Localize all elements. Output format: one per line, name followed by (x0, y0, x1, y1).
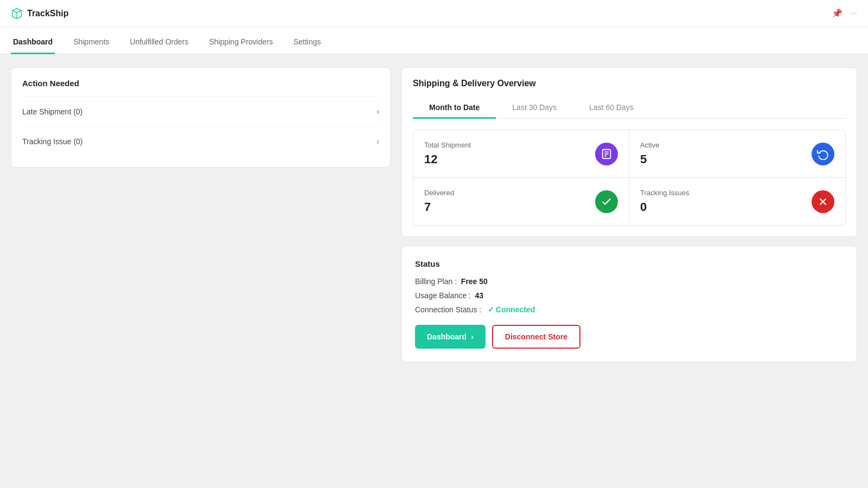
dashboard-button[interactable]: Dashboard › (415, 325, 486, 349)
total-shipment-label: Total Shipment (424, 141, 471, 149)
billing-plan-row: Billing Plan : Free 50 (415, 277, 844, 286)
total-shipment-value: 12 (424, 152, 471, 166)
shipping-overview-card: Shipping & Delivery Overview Month to Da… (401, 67, 857, 237)
nav-item-shipments[interactable]: Shipments (71, 31, 111, 54)
stat-tracking-issues: Tracking Issues 0 (629, 178, 845, 225)
topbar: TrackShip 📌 ··· (0, 0, 868, 27)
late-shipment-item[interactable]: Late Shipment (0) › (22, 97, 379, 126)
disconnect-store-button[interactable]: Disconnect Store (492, 325, 580, 349)
tracking-issues-label: Tracking Issues (640, 189, 690, 197)
right-panel: Shipping & Delivery Overview Month to Da… (401, 67, 857, 475)
status-buttons: Dashboard › Disconnect Store (415, 325, 844, 349)
tab-last-30-days[interactable]: Last 30 Days (496, 98, 573, 119)
logo-area: TrackShip (11, 8, 68, 20)
stat-total-shipment: Total Shipment 12 (413, 130, 629, 178)
status-card: Status Billing Plan : Free 50 Usage Bala… (401, 246, 857, 362)
billing-label: Billing Plan : (415, 277, 457, 286)
usage-label: Usage Balance : (415, 291, 471, 300)
tracking-issue-arrow-icon: › (376, 137, 379, 146)
usage-value: 43 (475, 291, 484, 300)
total-shipment-icon (595, 143, 618, 165)
nav-item-shipping-providers[interactable]: Shipping Providers (207, 31, 275, 54)
overview-title: Shipping & Delivery Overview (413, 79, 846, 88)
nav-item-settings[interactable]: Settings (291, 31, 323, 54)
tracking-issue-item[interactable]: Tracking Issue (0) › (22, 126, 379, 156)
app-name: TrackShip (27, 9, 68, 18)
tracking-issues-value: 0 (640, 200, 690, 214)
connection-label: Connection Status : (415, 305, 481, 314)
nav-item-unfulfilled-orders[interactable]: Unfulfilled Orders (127, 31, 190, 54)
stat-delivered: Delivered 7 (413, 178, 629, 225)
stats-grid: Total Shipment 12 Active (413, 130, 846, 226)
connection-status-badge: ✓Connected (486, 305, 535, 314)
tab-month-to-date[interactable]: Month to Date (413, 98, 496, 119)
billing-value: Free 50 (461, 277, 488, 286)
action-needed-title: Action Needed (22, 79, 379, 88)
topbar-actions: 📌 ··· (832, 8, 857, 18)
nav-item-dashboard[interactable]: Dashboard (11, 31, 55, 54)
delivered-icon (595, 190, 618, 213)
stat-active: Active 5 (629, 130, 845, 178)
nav: Dashboard Shipments Unfulfilled Orders S… (0, 27, 868, 54)
connected-check-icon: ✓ (488, 305, 494, 314)
delivered-label: Delivered (424, 189, 454, 197)
main-content: Action Needed Late Shipment (0) › Tracki… (0, 54, 868, 488)
late-shipment-label: Late Shipment (0) (22, 107, 82, 116)
dashboard-arrow-icon: › (471, 332, 474, 341)
active-icon (812, 143, 834, 165)
active-value: 5 (640, 152, 659, 166)
connection-status-row: Connection Status : ✓Connected (415, 305, 844, 314)
status-title: Status (415, 259, 844, 268)
delivered-value: 7 (424, 200, 454, 214)
left-panel: Action Needed Late Shipment (0) › Tracki… (11, 67, 391, 475)
trackship-logo-icon (11, 8, 23, 20)
tracking-issues-icon (812, 190, 834, 213)
usage-balance-row: Usage Balance : 43 (415, 291, 844, 300)
overview-tabs: Month to Date Last 30 Days Last 60 Days (413, 97, 846, 119)
tracking-issue-label: Tracking Issue (0) (22, 137, 83, 146)
late-shipment-arrow-icon: › (376, 107, 379, 117)
tab-last-60-days[interactable]: Last 60 Days (573, 98, 650, 119)
active-label: Active (640, 141, 659, 149)
action-needed-card: Action Needed Late Shipment (0) › Tracki… (11, 67, 391, 168)
pin-icon[interactable]: 📌 (832, 8, 843, 18)
more-options-icon[interactable]: ··· (850, 9, 857, 18)
